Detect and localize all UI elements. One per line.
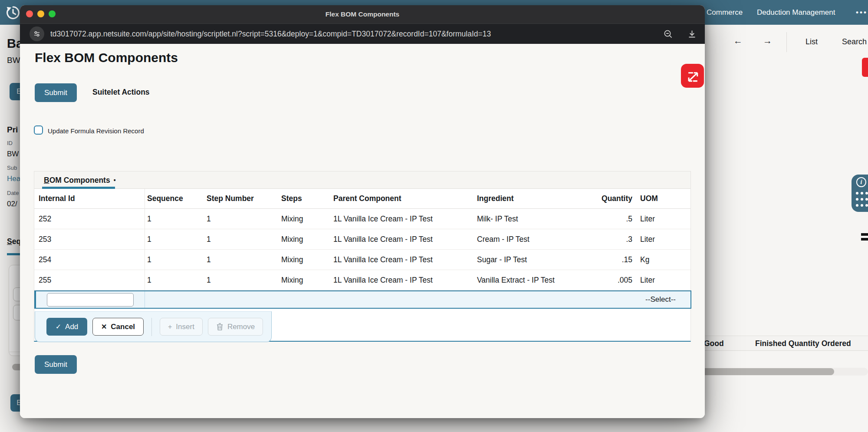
info-icon: i: [856, 177, 866, 187]
cell-parent-component: 1L Vanilla Ice Cream - IP Test: [331, 255, 474, 264]
cell-ingredient: Milk- IP Test: [474, 214, 546, 224]
cell-quantity: .005: [546, 276, 633, 285]
new-row-uom-select[interactable]: --Select--: [645, 291, 676, 308]
table-row[interactable]: 252 1 1 Mixing 1L Vanilla Ice Cream - IP…: [34, 209, 690, 229]
subsidiary-link-partial[interactable]: Hea: [7, 175, 20, 183]
window-titlebar[interactable]: Flex BOM Components: [20, 5, 705, 23]
cell-uom: Liter: [633, 276, 691, 285]
page-title: Flex BOM Components: [35, 50, 178, 65]
address-field[interactable]: td3017072.app.netsuite.com/app/site/host…: [50, 30, 491, 39]
date-field-label: Date: [7, 190, 19, 196]
search-button[interactable]: Search: [842, 37, 867, 46]
subsidiary-field-label: Sub: [7, 165, 17, 171]
cell-sequence: 1: [145, 255, 204, 264]
nav-overflow-dots-icon[interactable]: •••: [856, 8, 868, 17]
col-uom: UOM: [633, 194, 691, 203]
history-icon[interactable]: [5, 5, 21, 20]
cell-internal-id: 252: [34, 214, 145, 224]
zoom-level-icon[interactable]: [663, 29, 673, 39]
table-header-row: Internal Id Sequence Step Number Steps P…: [34, 189, 690, 209]
col-internal-id: Internal Id: [34, 194, 145, 203]
cell-quantity: .5: [546, 214, 633, 224]
submit-button-bottom[interactable]: Submit: [35, 355, 77, 374]
table-row[interactable]: 254 1 1 Mixing 1L Vanilla Ice Cream - IP…: [34, 250, 690, 270]
table-row[interactable]: 255 1 1 Mixing 1L Vanilla Ice Cream - IP…: [34, 270, 690, 290]
section-heading-partial: Pri: [7, 125, 18, 135]
id-field-label: ID: [7, 140, 13, 146]
record-subtitle-partial: BW: [7, 56, 20, 65]
cell-internal-id: 254: [34, 255, 145, 264]
trash-icon: [216, 323, 224, 331]
new-line-edit-row: --Select--: [34, 290, 691, 309]
col-parent-component: Parent Component: [331, 194, 474, 203]
list-button[interactable]: List: [806, 37, 818, 46]
cell-steps: Mixing: [279, 276, 331, 285]
cell-quantity: .3: [546, 235, 633, 244]
cell-parent-component: 1L Vanilla Ice Cream - IP Test: [331, 276, 474, 285]
window-title: Flex BOM Components: [20, 5, 705, 23]
background-tab-partial[interactable]: Seq: [7, 237, 21, 246]
cell-ingredient: Vanilla Extract - IP Test: [474, 276, 546, 285]
cell-steps: Mixing: [279, 214, 331, 224]
update-formula-revision-checkbox[interactable]: [34, 125, 43, 135]
list-bars-icon: [861, 233, 868, 236]
cell-steps: Mixing: [279, 255, 331, 264]
list-bars-icon: [861, 238, 868, 241]
cell-sequence: 1: [145, 214, 204, 224]
site-controls-icon[interactable]: [30, 26, 44, 41]
horizontal-scrollbar-thumb[interactable]: [694, 368, 834, 375]
editor-divider: [151, 318, 152, 336]
tab-label: BOM Components: [44, 176, 110, 185]
cell-sequence: 1: [145, 235, 204, 244]
tab-bom-components[interactable]: BOM Components •: [44, 171, 116, 189]
dots-grid-icon: [855, 190, 868, 208]
url-bar: td3017072.app.netsuite.com/app/site/host…: [20, 23, 705, 44]
id-field-value: BW: [7, 150, 19, 158]
col-step-number: Step Number: [204, 194, 279, 203]
submit-button-top[interactable]: Submit: [35, 83, 77, 102]
col-steps: Steps: [279, 194, 331, 203]
active-tab-underline: [42, 187, 115, 189]
forward-arrow-icon[interactable]: →: [763, 36, 772, 46]
download-icon[interactable]: [687, 29, 697, 39]
line-editor-toolbar: ✓ Add ✕ Cancel + Insert: [35, 311, 272, 342]
new-row-internal-id-input[interactable]: [47, 293, 134, 307]
nav-item-deduction-management[interactable]: Deduction Management: [757, 8, 835, 17]
feedback-widget-button[interactable]: [681, 64, 704, 88]
cell-step-number: 1: [204, 276, 279, 285]
sublist-column-finished-quantity-ordered: Finished Quantity Ordered: [755, 339, 851, 348]
popup-browser-window: Flex BOM Components td3017072.app.netsui…: [20, 5, 705, 418]
z-arrows-icon: [685, 69, 700, 83]
insert-line-button[interactable]: + Insert: [160, 318, 203, 336]
date-field-value: 02/: [7, 200, 17, 208]
plus-icon: +: [168, 323, 172, 330]
x-icon: ✕: [101, 323, 107, 330]
cell-steps: Mixing: [279, 235, 331, 244]
update-formula-revision-label: Update Formula Revision Record: [48, 127, 144, 135]
edit-row-column-divider: [145, 291, 145, 308]
cell-sequence: 1: [145, 276, 204, 285]
add-line-button[interactable]: ✓ Add: [46, 318, 87, 336]
cell-quantity: .15: [546, 255, 633, 264]
screen: Commerce Deduction Management ••• ← → Li…: [0, 0, 868, 432]
suitelet-actions-menu[interactable]: Suitelet Actions: [92, 88, 150, 97]
check-icon: ✓: [56, 323, 61, 330]
cell-uom: Liter: [633, 235, 691, 244]
table-row[interactable]: 253 1 1 Mixing 1L Vanilla Ice Cream - IP…: [34, 229, 690, 250]
nav-item-commerce[interactable]: Commerce: [707, 8, 743, 17]
cell-step-number: 1: [204, 235, 279, 244]
remove-line-button[interactable]: Remove: [208, 318, 263, 336]
cancel-line-button[interactable]: ✕ Cancel: [92, 318, 144, 336]
column-divider: [145, 189, 145, 290]
edge-red-widget[interactable]: [862, 58, 868, 77]
bom-components-panel: BOM Components • Internal Id Sequence St…: [34, 171, 691, 342]
cell-internal-id: 255: [34, 276, 145, 285]
cell-uom: Kg: [633, 255, 691, 264]
cell-internal-id: 253: [34, 235, 145, 244]
back-arrow-icon[interactable]: ←: [733, 36, 743, 46]
cell-step-number: 1: [204, 255, 279, 264]
cell-parent-component: 1L Vanilla Ice Cream - IP Test: [331, 235, 474, 244]
col-sequence: Sequence: [145, 194, 204, 203]
cell-ingredient: Sugar - IP Test: [474, 255, 546, 264]
tab-strip: BOM Components •: [34, 171, 690, 189]
